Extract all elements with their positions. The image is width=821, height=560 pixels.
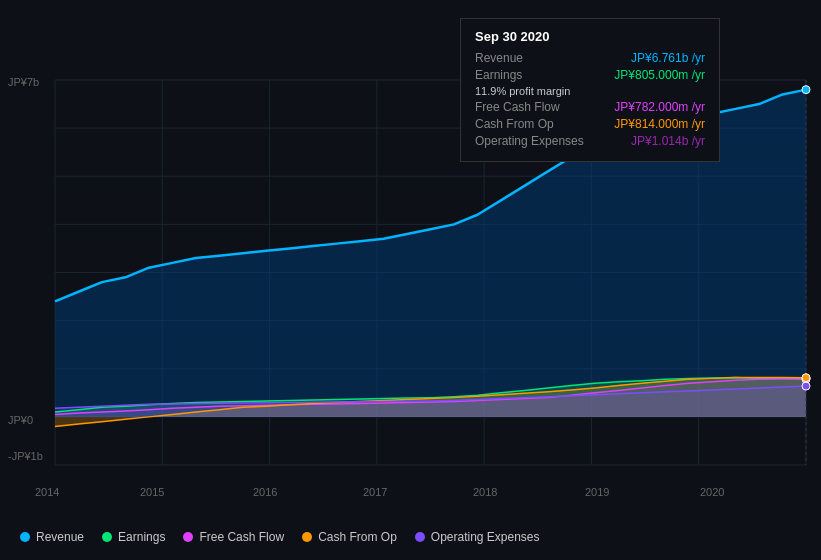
x-label-2017: 2017	[363, 486, 387, 498]
tooltip-earnings-value: JP¥805.000m /yr	[614, 68, 705, 82]
tooltip-revenue-label: Revenue	[475, 51, 523, 65]
tooltip-earnings-sub: 11.9% profit margin	[475, 85, 705, 97]
legend-cashfromop: Cash From Op	[302, 530, 397, 544]
tooltip-earnings-label: Earnings	[475, 68, 522, 82]
tooltip-fcf-row: Free Cash Flow JP¥782.000m /yr	[475, 100, 705, 114]
legend-opex: Operating Expenses	[415, 530, 540, 544]
legend-opex-label: Operating Expenses	[431, 530, 540, 544]
tooltip-revenue-value: JP¥6.761b /yr	[631, 51, 705, 65]
tooltip-date: Sep 30 2020	[475, 29, 705, 44]
tooltip-panel: Sep 30 2020 Revenue JP¥6.761b /yr Earnin…	[460, 18, 720, 162]
tooltip-cashfromop-label: Cash From Op	[475, 117, 554, 131]
legend-earnings-dot	[102, 532, 112, 542]
legend-fcf: Free Cash Flow	[183, 530, 284, 544]
legend-earnings-label: Earnings	[118, 530, 165, 544]
y-label-neg1b: -JP¥1b	[8, 450, 43, 462]
tooltip-cashfromop-value: JP¥814.000m /yr	[614, 117, 705, 131]
legend-opex-dot	[415, 532, 425, 542]
tooltip-opex-value: JP¥1.014b /yr	[631, 134, 705, 148]
chart-container: Sep 30 2020 Revenue JP¥6.761b /yr Earnin…	[0, 0, 821, 560]
legend-revenue-label: Revenue	[36, 530, 84, 544]
legend-cashfromop-dot	[302, 532, 312, 542]
legend-revenue: Revenue	[20, 530, 84, 544]
legend-earnings: Earnings	[102, 530, 165, 544]
tooltip-opex-row: Operating Expenses JP¥1.014b /yr	[475, 134, 705, 148]
tooltip-opex-label: Operating Expenses	[475, 134, 584, 148]
x-label-2016: 2016	[253, 486, 277, 498]
legend-fcf-label: Free Cash Flow	[199, 530, 284, 544]
tooltip-revenue-row: Revenue JP¥6.761b /yr	[475, 51, 705, 65]
legend-revenue-dot	[20, 532, 30, 542]
tooltip-fcf-label: Free Cash Flow	[475, 100, 560, 114]
tooltip-cashfromop-row: Cash From Op JP¥814.000m /yr	[475, 117, 705, 131]
y-label-7b: JP¥7b	[8, 76, 39, 88]
x-label-2019: 2019	[585, 486, 609, 498]
x-label-2018: 2018	[473, 486, 497, 498]
legend-fcf-dot	[183, 532, 193, 542]
x-label-2014: 2014	[35, 486, 59, 498]
legend-cashfromop-label: Cash From Op	[318, 530, 397, 544]
tooltip-earnings-row: Earnings JP¥805.000m /yr	[475, 68, 705, 82]
x-label-2015: 2015	[140, 486, 164, 498]
chart-legend: Revenue Earnings Free Cash Flow Cash Fro…	[20, 530, 540, 544]
y-label-0: JP¥0	[8, 414, 33, 426]
tooltip-fcf-value: JP¥782.000m /yr	[614, 100, 705, 114]
x-label-2020: 2020	[700, 486, 724, 498]
